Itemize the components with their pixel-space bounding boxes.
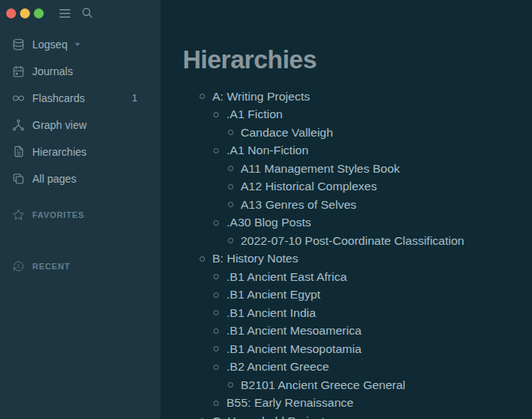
sidebar-item-graph-view[interactable]: Graph view [0,111,160,138]
graph-icon [12,118,25,132]
list-item: .A1 Fiction [183,106,532,124]
bullet-icon[interactable] [213,274,219,279]
bullet-icon[interactable] [228,184,233,190]
bullet-icon[interactable] [213,401,219,406]
page-link[interactable]: .B1 Ancient Mesoamerica [226,324,362,338]
page-link[interactable]: A11 Management Styles Book [241,162,400,176]
page-link[interactable]: .A30 Blog Posts [226,216,311,229]
sidebar-item-flashcards[interactable]: Flashcards1 [0,84,160,111]
list-item: Candace Valleigh [183,124,532,142]
minimize-button[interactable] [20,8,30,18]
page-link[interactable]: C: Household Projects [213,414,331,419]
bullet-icon[interactable] [228,202,233,207]
sidebar-item-all-pages[interactable]: All pages [0,165,160,192]
star-icon [12,208,25,222]
sidebar-item-label: Logseq [32,38,68,51]
bullet-icon[interactable] [213,365,219,370]
list-item: B55: Early Renaissance [183,394,532,413]
list-item: .A1 Non-Fiction [183,142,532,160]
sidebar-item-label: Hierarchies [32,146,87,158]
list-item: .A30 Blog Posts [183,214,532,233]
chevron-down-icon[interactable] [74,41,81,48]
main-content: Hierarchies A: Writing Projects.A1 Ficti… [160,0,532,419]
flashcards-count-badge: 1 [132,92,137,104]
list-item: .B1 Ancient Egypt [183,286,532,305]
section-label: FAVORITES [32,210,84,219]
sidebar-item-journals[interactable]: Journals [0,58,160,84]
list-item: .B1 Ancient India [183,304,532,322]
titlebar [0,0,160,26]
list-item: 2022-07-10 Post-Coordinate Classificatio… [183,232,532,250]
page-link[interactable]: A13 Genres of Selves [241,198,357,212]
list-item: C: Household Projects [183,412,532,419]
page-link[interactable]: .B1 Ancient Egypt [226,288,320,302]
sidebar-item-label: Graph view [32,119,87,131]
search-icon[interactable] [81,6,94,20]
sidebar-section-favorites[interactable]: FAVORITES [0,204,160,226]
sidebar: LogseqJournalsFlashcards1Graph viewHiera… [0,0,160,419]
bullet-icon[interactable] [213,220,219,226]
bullet-icon[interactable] [213,112,219,117]
zoom-button[interactable] [34,8,44,18]
page-title: Hierarchies [183,45,532,75]
list-item: A12 Historical Complexes [183,178,532,196]
page-link[interactable]: .B2 Ancient Greece [226,360,329,374]
hierarchy-list: A: Writing Projects.A1 FictionCandace Va… [183,87,532,419]
history-icon [12,259,25,273]
sidebar-section-recent[interactable]: RECENT [0,256,160,277]
bullet-icon[interactable] [213,346,219,351]
sidebar-item-logseq[interactable]: Logseq [0,31,160,58]
calendar-icon [12,64,25,78]
page-link[interactable]: .A1 Fiction [226,107,283,121]
list-item: A13 Genres of Selves [183,196,532,214]
document-icon [12,145,25,159]
page-link[interactable]: .B1 Ancient India [226,306,316,320]
page-link[interactable]: B2101 Ancient Greece General [241,378,406,392]
list-item: A11 Management Styles Book [183,160,532,178]
sidebar-item-label: Journals [32,65,73,78]
list-item: A: Writing Projects [183,87,532,106]
list-item: .B1 Ancient Mesoamerica [183,322,532,341]
bullet-icon[interactable] [213,148,219,153]
bullet-icon[interactable] [228,382,233,388]
page-link[interactable]: .B1 Ancient Mesopotamia [226,342,362,356]
page-link[interactable]: B55: Early Renaissance [226,396,353,410]
close-button[interactable] [6,8,16,18]
infinity-icon [12,91,25,105]
bullet-icon[interactable] [213,328,219,334]
list-item: .B1 Ancient Mesopotamia [183,340,532,358]
sidebar-nav: LogseqJournalsFlashcards1Graph viewHiera… [0,31,160,192]
page-link[interactable]: Candace Valleigh [241,126,333,140]
page-link[interactable]: A12 Historical Complexes [241,180,377,193]
list-item: B2101 Ancient Greece General [183,376,532,394]
page-link[interactable]: 2022-07-10 Post-Coordinate Classificatio… [241,234,464,248]
bullet-icon[interactable] [228,130,233,135]
sidebar-item-label: All pages [32,173,77,185]
menu-icon[interactable] [58,6,72,21]
bullet-icon[interactable] [228,238,233,243]
page-link[interactable]: .B1 Ancient East Africa [226,270,347,284]
sidebar-item-label: Flashcards [32,92,84,104]
page-link[interactable]: A: Writing Projects [213,90,310,104]
sidebar-sections: FAVORITESRECENT [0,192,160,277]
section-label: RECENT [32,262,70,271]
bullet-icon[interactable] [200,94,205,99]
database-icon [12,38,25,51]
bullet-icon[interactable] [213,310,219,315]
page-link[interactable]: .A1 Non-Fiction [226,144,309,157]
bullet-icon[interactable] [213,292,219,298]
bullet-icon[interactable] [200,256,205,262]
sidebar-item-hierarchies[interactable]: Hierarchies [0,138,160,165]
app-window: LogseqJournalsFlashcards1Graph viewHiera… [0,0,532,419]
page-link[interactable]: B: History Notes [213,252,299,266]
list-item: B: History Notes [183,250,532,269]
bullet-icon[interactable] [228,166,233,171]
list-item: .B1 Ancient East Africa [183,268,532,286]
pages-icon [12,172,25,186]
list-item: .B2 Ancient Greece [183,358,532,377]
